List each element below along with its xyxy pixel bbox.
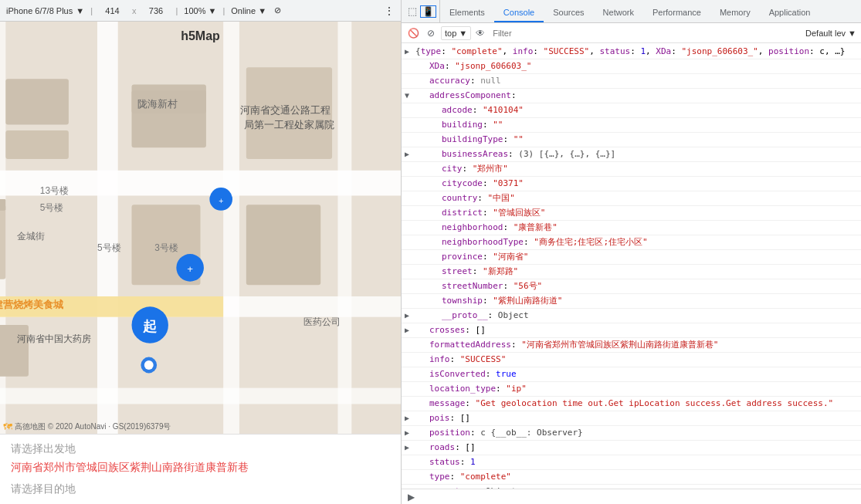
console-line-province: province: "河南省" bbox=[402, 250, 861, 265]
console-line-proto-main[interactable]: ▶ __proto__: Object bbox=[402, 485, 861, 489]
svg-rect-10 bbox=[5, 130, 69, 159]
svg-text:河南省中国大药房: 河南省中国大药房 bbox=[17, 333, 91, 344]
console-line-township: township: "紫荆山南路街道" bbox=[402, 294, 861, 309]
console-line-message: message: "Get geolocation time out.Get i… bbox=[402, 397, 861, 411]
expand-arrow-position[interactable]: ▶ bbox=[405, 427, 409, 439]
console-line-addresscomponent[interactable]: ▼ addressComponent: bbox=[402, 89, 861, 103]
svg-rect-4 bbox=[97, 22, 118, 434]
svg-text:方建营烧烤美食城: 方建营烧烤美食城 bbox=[0, 299, 64, 310]
console-line-0[interactable]: ▶ {type: "complete", info: "SUCCESS", st… bbox=[402, 45, 861, 59]
default-level-dropdown[interactable]: Default lev ▼ bbox=[805, 29, 856, 38]
console-line-status: status: 1 bbox=[402, 455, 861, 470]
svg-text:+: + bbox=[219, 197, 223, 205]
console-toolbar: 🚫 ⊘ top ▼ 👁 Default lev ▼ bbox=[402, 23, 861, 43]
map-background: 河南铁道工程 建设有限公司 陇海新村 河南省交通公路工程 局第一工程处家属院 康… bbox=[0, 22, 401, 434]
console-line-pois[interactable]: ▶ pois: [] bbox=[402, 411, 861, 426]
emulator-toolbar: iPhone 6/7/8 Plus ▼ | x | 100% ▼ | Onlin… bbox=[0, 0, 401, 22]
height-input[interactable] bbox=[142, 6, 169, 15]
console-line-proto-address[interactable]: ▶ __proto__: Object bbox=[402, 309, 861, 323]
console-filter-button[interactable]: ⊘ bbox=[425, 26, 436, 40]
dimension-x: x bbox=[132, 6, 137, 15]
expand-arrow-address[interactable]: ▼ bbox=[405, 90, 409, 102]
console-line-street: street: "新郑路" bbox=[402, 265, 861, 279]
device-mode-icon[interactable]: 📱 bbox=[420, 5, 436, 18]
zoom-selector[interactable]: 100% ▼ bbox=[184, 6, 216, 15]
console-line-locationtype: location_type: "ip" bbox=[402, 382, 861, 397]
device-dropdown-icon: ▼ bbox=[76, 6, 84, 15]
console-line-roads[interactable]: ▶ roads: [] bbox=[402, 441, 861, 455]
svg-text:金城街: 金城街 bbox=[17, 231, 45, 242]
svg-rect-17 bbox=[246, 205, 320, 285]
console-bottom-bar: ▶ bbox=[402, 489, 861, 504]
expand-arrow-business[interactable]: ▶ bbox=[405, 148, 409, 161]
tab-memory[interactable]: Memory bbox=[710, 4, 760, 22]
context-selector[interactable]: top ▼ bbox=[441, 26, 471, 40]
network-selector[interactable]: Online ▼ bbox=[231, 6, 266, 15]
devtools-tab-bar: ⬚ 📱 Elements Console Sources Network Per… bbox=[402, 0, 861, 23]
device-name: iPhone 6/7/8 Plus bbox=[6, 6, 73, 15]
devtools-icon-group: ⬚ 📱 bbox=[405, 0, 440, 22]
origin-placeholder[interactable]: 请选择出发地 bbox=[11, 442, 390, 456]
console-output[interactable]: ▶ {type: "complete", info: "SUCCESS", st… bbox=[402, 43, 861, 489]
more-options-button[interactable]: ⋮ bbox=[384, 5, 395, 17]
expand-bottom-icon[interactable]: ▶ bbox=[408, 492, 415, 502]
current-address: 河南省郑州市管城回族区紫荆山南路街道康普新巷 bbox=[11, 461, 390, 475]
console-line-position[interactable]: ▶ position: c {__ob__: Observer} bbox=[402, 426, 861, 441]
dest-placeholder[interactable]: 请选择目的地 bbox=[11, 482, 390, 496]
console-line-citycode: citycode: "0371" bbox=[402, 177, 861, 191]
console-line-info: info: "SUCCESS" bbox=[402, 353, 861, 367]
console-line-neighborhood: neighborhood: "康普新巷" bbox=[402, 221, 861, 235]
tab-network[interactable]: Network bbox=[594, 4, 643, 22]
console-line-adcode: adcode: "410104" bbox=[402, 103, 861, 118]
network-value: Online bbox=[231, 6, 256, 15]
console-line-businessareas[interactable]: ▶ businessAreas: (3) [{…}, {…}, {…}] bbox=[402, 147, 861, 162]
console-line-crosses[interactable]: ▶ crosses: [] bbox=[402, 323, 861, 338]
svg-rect-5 bbox=[223, 22, 239, 434]
console-line-neighborhoodtype: neighborhoodType: "商务住宅;住宅区;住宅小区" bbox=[402, 235, 861, 250]
tab-performance[interactable]: Performance bbox=[643, 4, 710, 22]
svg-text:+: + bbox=[187, 263, 193, 275]
sep2: | bbox=[175, 6, 178, 15]
expand-arrow-0[interactable]: ▶ bbox=[405, 46, 409, 58]
map-title: h5Map bbox=[181, 29, 220, 43]
expand-arrow-crosses[interactable]: ▶ bbox=[405, 324, 409, 337]
device-selector[interactable]: iPhone 6/7/8 Plus ▼ bbox=[6, 6, 84, 15]
console-line-district: district: "管城回族区" bbox=[402, 206, 861, 221]
svg-rect-18 bbox=[0, 199, 5, 211]
console-line-accuracy: accuracy: null bbox=[402, 74, 861, 89]
svg-text:13号楼: 13号楼 bbox=[40, 185, 69, 196]
console-line-buildingtype: buildingType: "" bbox=[402, 133, 861, 147]
console-line-isconverted: isConverted: true bbox=[402, 367, 861, 382]
left-panel: iPhone 6/7/8 Plus ▼ | x | 100% ▼ | Onlin… bbox=[0, 0, 402, 504]
svg-text:5号楼: 5号楼 bbox=[40, 202, 64, 213]
context-value: top bbox=[445, 29, 456, 38]
svg-rect-14 bbox=[0, 205, 5, 279]
svg-text:5号楼: 5号楼 bbox=[97, 242, 121, 253]
eye-icon[interactable]: 👁 bbox=[476, 28, 485, 39]
expand-arrow-proto-main[interactable]: ▶ bbox=[405, 485, 409, 489]
expand-arrow-pois[interactable]: ▶ bbox=[405, 412, 409, 425]
expand-arrow-roads[interactable]: ▶ bbox=[405, 441, 409, 454]
svg-rect-15 bbox=[0, 325, 29, 377]
bottom-info: 请选择出发地 河南省郑州市管城回族区紫荆山南路街道康普新巷 请选择目的地 bbox=[0, 434, 401, 504]
map-container[interactable]: h5Map 河南 bbox=[0, 22, 401, 434]
filter-input[interactable] bbox=[490, 27, 801, 39]
sep3: | bbox=[222, 6, 225, 15]
console-line-building: building: "" bbox=[402, 118, 861, 133]
zoom-value: 100% bbox=[184, 6, 205, 15]
clear-console-button[interactable]: 🚫 bbox=[406, 26, 421, 40]
svg-text:医药公司: 医药公司 bbox=[303, 316, 341, 327]
tab-sources[interactable]: Sources bbox=[544, 4, 593, 22]
svg-rect-9 bbox=[5, 79, 69, 124]
tab-elements[interactable]: Elements bbox=[440, 4, 494, 22]
inspect-icon[interactable]: ⬚ bbox=[408, 5, 417, 17]
expand-arrow-proto-addr[interactable]: ▶ bbox=[405, 310, 409, 322]
tab-console[interactable]: Console bbox=[494, 4, 544, 22]
zoom-icon: ▼ bbox=[208, 6, 217, 15]
width-input[interactable] bbox=[99, 6, 126, 15]
svg-point-38 bbox=[144, 360, 154, 370]
console-line-type: type: "complete" bbox=[402, 470, 861, 485]
tab-application[interactable]: Application bbox=[760, 4, 820, 22]
sep1: | bbox=[90, 6, 93, 15]
devtools-panel: ⬚ 📱 Elements Console Sources Network Per… bbox=[402, 0, 861, 504]
